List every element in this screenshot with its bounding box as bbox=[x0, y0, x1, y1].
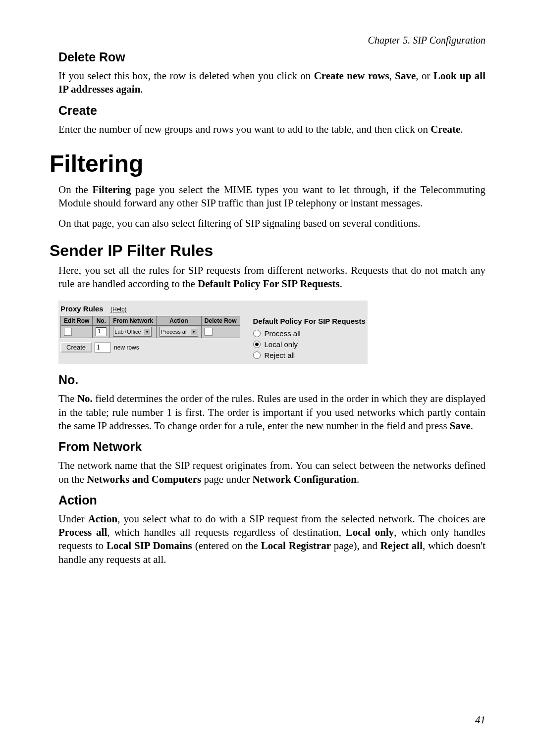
text: Under bbox=[58, 513, 88, 525]
radio-label-local-only: Local only bbox=[265, 340, 298, 349]
create-button[interactable]: Create bbox=[60, 342, 92, 353]
from-network-paragraph: The network name that the SIP request or… bbox=[58, 459, 485, 486]
bold-save: Save bbox=[450, 420, 471, 432]
radio-process-all[interactable] bbox=[253, 330, 261, 337]
bold-local-registrar: Local Registrar bbox=[261, 540, 331, 552]
filtering-para-1: On the Filtering page you select the MIM… bbox=[58, 183, 485, 210]
text: , or bbox=[416, 70, 433, 82]
delete-row-paragraph: If you select this box, the row is delet… bbox=[58, 69, 485, 97]
radio-reject-all[interactable] bbox=[253, 352, 261, 359]
no-input[interactable]: 1 bbox=[96, 327, 107, 336]
proxy-rules-widget: Proxy Rules (Help) Edit Row No. From Net… bbox=[58, 301, 368, 364]
proxy-rules-table: Edit Row No. From Network Action Delete … bbox=[60, 316, 240, 338]
from-network-heading: From Network bbox=[58, 440, 485, 454]
text: The bbox=[58, 393, 77, 404]
bold-local-only: Local only bbox=[346, 526, 394, 538]
bold-action: Action bbox=[88, 513, 118, 525]
delete-row-checkbox[interactable] bbox=[205, 328, 213, 336]
bold-process-all: Process all bbox=[58, 526, 107, 538]
edit-row-checkbox[interactable] bbox=[64, 328, 72, 336]
bold-default-policy: Default Policy For SIP Requests bbox=[198, 278, 340, 290]
bold-filtering: Filtering bbox=[92, 184, 131, 196]
from-network-select[interactable]: Lab+Office ▾ bbox=[113, 327, 151, 337]
text: If you select this box, the row is delet… bbox=[58, 70, 314, 82]
text: . bbox=[140, 83, 143, 95]
bold-network-configuration: Network Configuration bbox=[252, 473, 357, 485]
sender-rules-paragraph: Here, you set all the rules for SIP requ… bbox=[58, 264, 485, 291]
col-delete-row: Delete Row bbox=[201, 316, 240, 326]
col-action: Action bbox=[157, 316, 202, 326]
bold-no: No. bbox=[77, 393, 93, 404]
default-policy-column: Default Policy For SIP Requests Process … bbox=[253, 316, 366, 362]
radio-local-only[interactable] bbox=[253, 341, 261, 348]
text: , which handles all requests regardless … bbox=[107, 526, 345, 538]
action-value: Process all bbox=[161, 329, 188, 335]
text: . bbox=[340, 278, 342, 290]
radio-dot-icon bbox=[255, 343, 259, 346]
text: , you select what to do with a SIP reque… bbox=[117, 513, 485, 525]
create-paragraph: Enter the number of new groups and rows … bbox=[58, 123, 485, 136]
sender-ip-filter-rules-heading: Sender IP Filter Rules bbox=[50, 242, 485, 260]
page-number: 41 bbox=[475, 714, 485, 726]
bold-save: Save bbox=[395, 70, 416, 82]
text: . bbox=[460, 123, 463, 135]
chevron-down-icon: ▾ bbox=[144, 329, 150, 335]
action-paragraph: Under Action, you select what to do with… bbox=[58, 512, 485, 566]
create-heading: Create bbox=[58, 103, 485, 118]
filtering-para-2: On that page, you can also select filter… bbox=[58, 217, 485, 230]
action-heading: Action bbox=[58, 493, 485, 507]
text: , bbox=[389, 70, 395, 82]
col-from-network: From Network bbox=[110, 316, 157, 326]
delete-row-heading: Delete Row bbox=[58, 50, 485, 64]
table-header-row: Edit Row No. From Network Action Delete … bbox=[61, 316, 240, 326]
no-heading: No. bbox=[58, 373, 485, 387]
text: field determines the order of the rules.… bbox=[58, 393, 485, 432]
chapter-header: Chapter 5. SIP Configuration bbox=[50, 35, 485, 46]
action-select[interactable]: Process all ▾ bbox=[160, 327, 198, 337]
filtering-heading: Filtering bbox=[50, 150, 485, 177]
text: . bbox=[357, 473, 359, 485]
bold-networks-computers: Networks and Computers bbox=[87, 473, 201, 485]
default-policy-title: Default Policy For SIP Requests bbox=[253, 317, 366, 325]
text: page), and bbox=[331, 540, 380, 552]
radio-label-reject-all: Reject all bbox=[265, 351, 295, 359]
table-row: 1 Lab+Office ▾ Process all ▾ bbox=[61, 326, 240, 338]
rules-left-column: Edit Row No. From Network Action Delete … bbox=[60, 316, 240, 353]
from-network-value: Lab+Office bbox=[114, 329, 141, 335]
text: Enter the number of new groups and rows … bbox=[58, 123, 430, 135]
new-rows-label: new rows bbox=[114, 344, 139, 351]
chevron-down-icon: ▾ bbox=[191, 329, 197, 335]
proxy-rules-title: Proxy Rules bbox=[60, 304, 104, 313]
radio-label-process-all: Process all bbox=[265, 329, 301, 338]
text: page under bbox=[201, 473, 252, 485]
bold-create-new-rows: Create new rows bbox=[314, 70, 389, 82]
text: (entered on the bbox=[192, 540, 261, 552]
bold-reject-all: Reject all bbox=[380, 540, 423, 552]
col-edit-row: Edit Row bbox=[61, 316, 93, 326]
no-paragraph: The No. field determines the order of th… bbox=[58, 392, 485, 433]
text: On the bbox=[58, 184, 92, 196]
bold-create: Create bbox=[430, 123, 460, 135]
bold-local-sip-domains: Local SIP Domains bbox=[107, 540, 192, 552]
help-link[interactable]: (Help) bbox=[110, 306, 127, 313]
col-no: No. bbox=[93, 316, 110, 326]
create-count-input[interactable]: 1 bbox=[95, 343, 111, 353]
text: . bbox=[471, 420, 473, 432]
